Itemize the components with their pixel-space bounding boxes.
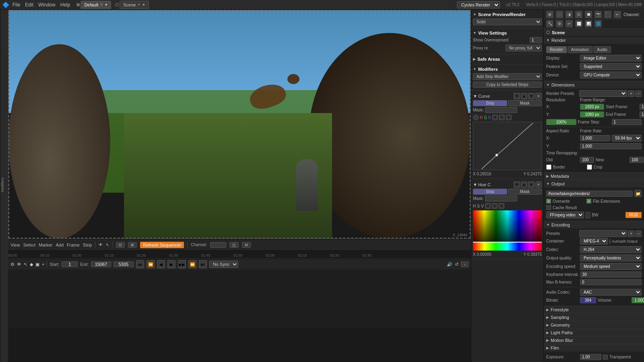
res-x-input[interactable] bbox=[580, 104, 604, 110]
file-ext-checkbox[interactable]: ✓ bbox=[586, 199, 591, 204]
codec-select[interactable]: H.264 bbox=[580, 246, 642, 253]
quality-select[interactable]: Perceptually lossless bbox=[580, 255, 642, 261]
metadata-header[interactable]: ▶ Metadata bbox=[544, 173, 644, 180]
hue-eye-btn[interactable]: 👁 bbox=[514, 181, 520, 188]
device-select[interactable]: GPU Compute bbox=[580, 72, 642, 78]
curve-delete-btn[interactable]: ✕ bbox=[535, 93, 542, 99]
curve-tool-btn[interactable]: ✎ bbox=[499, 115, 505, 120]
tab-scene-close[interactable]: ✕ bbox=[137, 2, 140, 7]
end-frame-render-input[interactable] bbox=[640, 111, 644, 117]
rgb-circle-btn[interactable] bbox=[473, 115, 479, 120]
refresh-button[interactable]: Refresh Sequencer bbox=[140, 242, 184, 248]
tab-default[interactable]: Default ✕ + bbox=[80, 1, 111, 9]
v-channel-btn[interactable]: V bbox=[481, 204, 484, 208]
light-paths-header[interactable]: ▶ Light Paths bbox=[544, 329, 644, 336]
sync-mode-select[interactable]: No Sync bbox=[209, 261, 238, 268]
hue-tool-btn[interactable]: ✎ bbox=[492, 203, 497, 209]
overlay-btn[interactable]: ◫ bbox=[229, 242, 239, 248]
render-engine-select[interactable]: Cycles Render bbox=[457, 1, 500, 8]
output-header[interactable]: ▼ Output bbox=[544, 180, 644, 187]
border-checkbox[interactable] bbox=[546, 165, 551, 170]
overwrite-checkbox[interactable]: ✓ bbox=[546, 199, 551, 204]
hue-delete-btn[interactable]: ✕ bbox=[535, 181, 542, 188]
add-modifier-select[interactable]: Add Strip Modifier bbox=[473, 73, 542, 80]
curve-reset-btn[interactable]: ↺ bbox=[492, 115, 498, 120]
icon-loop[interactable]: ↺ bbox=[455, 262, 458, 267]
icon-marker[interactable]: ◆ bbox=[30, 262, 33, 267]
skip-end-btn[interactable]: ⏭ bbox=[199, 260, 207, 268]
hue-up-btn[interactable]: ▲ bbox=[521, 181, 527, 188]
render-presets-select[interactable] bbox=[579, 90, 627, 97]
presets-add-btn[interactable]: + bbox=[628, 90, 634, 97]
cache-checkbox[interactable] bbox=[546, 205, 551, 210]
encoding-header[interactable]: ▼ Encoding bbox=[544, 221, 644, 228]
curve-display[interactable] bbox=[473, 122, 542, 170]
ch-icon-8[interactable]: ↩ bbox=[614, 11, 621, 18]
scene-preview-header[interactable]: ▼ Scene Preview/Render bbox=[473, 11, 542, 18]
ch-icon-2[interactable]: 🎥 bbox=[556, 11, 563, 18]
format-select[interactable]: FFmpeg video bbox=[546, 212, 584, 218]
hue-mask-btn[interactable]: Mask bbox=[508, 189, 542, 195]
curve-up-btn[interactable]: ▲ bbox=[521, 93, 527, 99]
play-back-btn[interactable]: ◀ bbox=[157, 260, 165, 268]
curve-down-btn[interactable]: ▼ bbox=[528, 93, 535, 99]
rgb-btn[interactable]: RGB bbox=[625, 212, 642, 218]
hue-reset-btn[interactable]: ↺ bbox=[485, 203, 491, 209]
mask-input[interactable] bbox=[485, 107, 517, 113]
timeline-view[interactable]: View bbox=[10, 243, 20, 247]
percent-input[interactable] bbox=[546, 119, 576, 125]
render-section-header[interactable]: ▼ Render bbox=[544, 37, 644, 44]
hue-color-display[interactable] bbox=[473, 210, 542, 251]
audio-tab[interactable]: Audio bbox=[593, 46, 611, 53]
geometry-header[interactable]: ▶ Geometry bbox=[544, 321, 644, 329]
enc-remove-btn[interactable]: − bbox=[635, 230, 642, 237]
animation-tab[interactable]: Animation bbox=[568, 46, 592, 53]
step-fwd-btn[interactable]: ⏩ bbox=[188, 260, 196, 268]
play-fwd-btn[interactable]: ▶▶ bbox=[178, 260, 186, 268]
tab-scene-add[interactable]: + bbox=[142, 2, 145, 8]
icon-settings[interactable]: ⚙ bbox=[10, 262, 14, 267]
curve-strip-btn[interactable]: Strip bbox=[473, 100, 507, 106]
audio-codec-select[interactable]: AAC bbox=[580, 289, 642, 296]
proxy-select[interactable]: No proxy, full re bbox=[506, 45, 542, 51]
hue-strip-btn[interactable]: Strip bbox=[473, 189, 507, 195]
tab-scene[interactable]: Scene ✕ + bbox=[120, 1, 149, 9]
max-b-input[interactable] bbox=[580, 279, 642, 285]
hue-mask-input[interactable] bbox=[485, 195, 517, 202]
tab-add[interactable]: + bbox=[105, 2, 107, 8]
view-settings-header[interactable]: ▼ View Settings bbox=[473, 30, 542, 36]
ch-icon-10[interactable]: ⚙ bbox=[556, 20, 563, 27]
timeline-frame[interactable]: Frame bbox=[67, 243, 80, 247]
hue-x-btn[interactable]: ✕ bbox=[499, 203, 504, 209]
old-input[interactable] bbox=[580, 157, 594, 163]
new-input[interactable] bbox=[630, 157, 644, 163]
ch-icon-5[interactable]: 🔲 bbox=[585, 11, 592, 18]
preview-viewport[interactable]: F_13942 bbox=[8, 10, 471, 239]
render-tab[interactable]: Render bbox=[546, 46, 567, 53]
ch-icon-13[interactable]: 📊 bbox=[585, 20, 592, 27]
ch-icon-4[interactable]: ⊡ bbox=[575, 11, 582, 18]
menu-file[interactable]: File bbox=[12, 2, 20, 8]
sampling-header[interactable]: ▶ Sampling bbox=[544, 314, 644, 321]
crop-checkbox[interactable] bbox=[587, 165, 592, 170]
b-channel-btn[interactable]: B bbox=[488, 115, 491, 120]
menu-window[interactable]: Window bbox=[38, 2, 56, 8]
browse-btn[interactable]: 📁 bbox=[634, 190, 642, 197]
curve-x-btn[interactable]: ✕ bbox=[506, 115, 512, 120]
curve-eye-btn[interactable]: 👁 bbox=[514, 93, 520, 99]
res-y-input[interactable] bbox=[580, 111, 604, 117]
play-btn[interactable]: ▶ bbox=[167, 260, 175, 268]
icon-view2[interactable]: 👁 bbox=[17, 262, 21, 267]
start-frame-input[interactable] bbox=[62, 261, 78, 267]
enc-speed-select[interactable]: Medium speed bbox=[580, 263, 642, 270]
ch-icon-11[interactable]: ↩ bbox=[566, 20, 573, 27]
container-select[interactable]: MPEG-4 bbox=[580, 238, 608, 245]
presets-remove-btn[interactable]: − bbox=[635, 90, 642, 97]
ch-icon-6[interactable]: 📷 bbox=[594, 11, 602, 18]
autosplit-checkbox[interactable] bbox=[609, 239, 610, 244]
ch-icon-3[interactable]: ◑ bbox=[566, 11, 573, 18]
aspect-x-input[interactable] bbox=[580, 135, 610, 141]
ch-icon-7[interactable]: ⬛ bbox=[604, 11, 611, 18]
ch-icon-1[interactable]: ⊞ bbox=[546, 11, 553, 18]
enc-add-btn[interactable]: + bbox=[628, 230, 634, 237]
